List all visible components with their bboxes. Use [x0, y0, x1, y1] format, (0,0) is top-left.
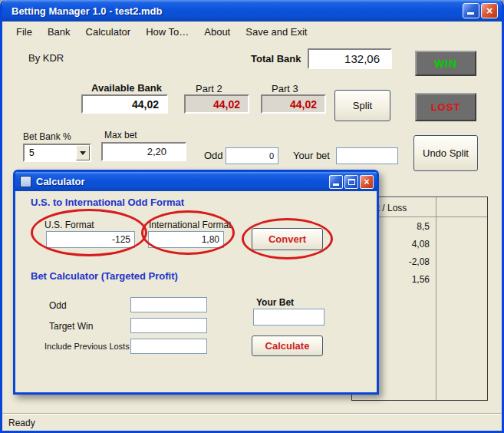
- part2-label: Part 2: [196, 83, 222, 94]
- available-bank-label: Available Bank: [91, 82, 162, 94]
- bet-bank-pct-label: Bet Bank %: [23, 131, 71, 142]
- international-format-label: International Format: [149, 220, 231, 230]
- undo-split-button[interactable]: Undo Split: [413, 135, 478, 171]
- part3-value: 44,02: [261, 94, 326, 114]
- combo-dropdown-button[interactable]: [76, 145, 90, 160]
- odd-label: Odd: [204, 150, 223, 161]
- bet-bank-pct-combobox[interactable]: 5: [23, 144, 91, 162]
- calc-odd-label: Odd: [49, 300, 67, 311]
- include-previous-losts-input[interactable]: [130, 339, 207, 354]
- total-bank-label: Total Bank: [251, 53, 301, 64]
- maximize-icon: [348, 179, 355, 185]
- grid-empty-column: [436, 197, 487, 400]
- menu-save-and-exit[interactable]: Save and Exit: [238, 23, 315, 41]
- win-button[interactable]: WIN: [415, 51, 476, 76]
- odd-format-section-heading: U.S. to International Odd Format: [31, 197, 184, 208]
- menu-file[interactable]: File: [8, 23, 40, 41]
- minimize-icon: [333, 183, 339, 186]
- max-bet-label: Max bet: [104, 130, 137, 140]
- grid-empty-column-header: [436, 197, 487, 217]
- split-button[interactable]: Split: [334, 90, 390, 121]
- menu-bank[interactable]: Bank: [40, 23, 78, 41]
- target-win-input[interactable]: [130, 318, 207, 333]
- byline-label: By KDR: [28, 52, 64, 64]
- dialog-close-button[interactable]: ×: [360, 175, 374, 189]
- part3-label: Part 3: [272, 83, 298, 94]
- window-title: Betting Manager 1.0 - test2.mdb: [12, 5, 461, 17]
- close-icon: ×: [486, 5, 492, 16]
- include-previous-losts-label: Include Previous Losts: [44, 342, 130, 351]
- part2-value: 44,02: [184, 94, 249, 114]
- your-bet-input[interactable]: [336, 147, 398, 164]
- max-bet-value: 2,20: [101, 142, 186, 161]
- minimize-icon: [467, 12, 474, 15]
- target-win-label: Target Win: [49, 321, 93, 332]
- calculate-button[interactable]: Calculate: [252, 335, 323, 356]
- menu-how-to[interactable]: How To…: [138, 23, 196, 41]
- menu-about[interactable]: About: [196, 23, 238, 41]
- convert-button[interactable]: Convert: [252, 228, 323, 250]
- your-bet-label: Your bet: [293, 150, 330, 161]
- calculator-title: Calculator: [36, 176, 328, 187]
- available-bank-value: 44,02: [81, 94, 168, 114]
- international-format-input[interactable]: [148, 231, 224, 248]
- odd-input[interactable]: [226, 147, 278, 164]
- bet-calc-section-heading: Bet Calculator (Targeted Profit): [31, 270, 178, 282]
- us-format-label: U.S. Format: [44, 220, 94, 230]
- minimize-button[interactable]: [463, 3, 479, 18]
- close-button[interactable]: ×: [481, 3, 498, 18]
- us-format-input[interactable]: [46, 231, 135, 248]
- calculator-title-bar[interactable]: Calculator ×: [15, 172, 377, 191]
- calc-your-bet-input[interactable]: [253, 309, 324, 326]
- chevron-down-icon: [80, 151, 86, 155]
- betting-manager-window: Betting Manager 1.0 - test2.mdb × File B…: [0, 0, 504, 433]
- menu-bar: File Bank Calculator How To… About Save …: [2, 21, 502, 41]
- dialog-minimize-button[interactable]: [329, 175, 343, 189]
- dialog-maximize-button[interactable]: [344, 175, 358, 189]
- status-text: Ready: [8, 418, 35, 428]
- calculator-app-icon: [20, 176, 31, 187]
- bet-bank-pct-value: 5: [25, 145, 76, 160]
- calculator-dialog: Calculator × U.S. to International Odd F…: [13, 170, 379, 395]
- title-bar[interactable]: Betting Manager 1.0 - test2.mdb ×: [2, 0, 502, 21]
- total-bank-value: 132,06: [308, 48, 392, 69]
- status-bar: Ready: [2, 413, 502, 431]
- lost-button[interactable]: LOST: [415, 93, 476, 121]
- close-icon: ×: [364, 177, 369, 187]
- calc-odd-input[interactable]: [130, 297, 207, 312]
- calc-your-bet-label: Your Bet: [256, 297, 294, 308]
- menu-calculator[interactable]: Calculator: [78, 23, 139, 41]
